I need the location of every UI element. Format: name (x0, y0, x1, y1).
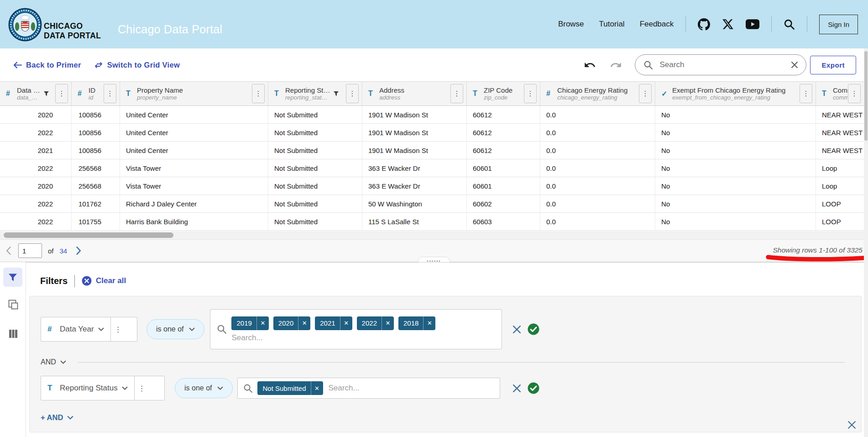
cell-id: 101755 (72, 213, 120, 230)
page-number-input[interactable] (18, 243, 42, 258)
column-selector[interactable]: # Data Year ⋮ (41, 317, 137, 342)
column-menu-button[interactable]: ⋮ (524, 84, 537, 103)
next-page-icon[interactable] (75, 246, 83, 255)
clear-all-filters-button[interactable]: Clear all (82, 276, 126, 286)
values-search-input[interactable]: Search... (231, 333, 435, 342)
column-header-zip_code[interactable]: TZIP Codezip_code⋮ (467, 82, 540, 105)
search-icon[interactable] (784, 19, 795, 30)
column-menu-button[interactable]: ⋮ (252, 84, 265, 103)
column-header-exempt_from_chicago_energy_rating[interactable]: ✓Exempt From Chicago Energy Ratingexempt… (655, 82, 816, 105)
column-selector-main[interactable]: # Data Year (41, 317, 110, 341)
column-name: Address (379, 86, 404, 94)
vertical-scrollbar-thumb[interactable] (864, 51, 868, 141)
clear-search-icon[interactable] (790, 61, 799, 69)
table-row[interactable]: 2021100856United CenterNot Submitted1901… (0, 142, 864, 159)
filter-values-box[interactable]: 2019✕2020✕2021✕2022✕2018✕ Search... (210, 309, 502, 349)
column-menu-button[interactable]: ⋮ (55, 84, 68, 103)
nav-link-tutorial[interactable]: Tutorial (599, 20, 625, 29)
cell-property_name: United Center (120, 106, 268, 123)
remove-chip-icon[interactable]: ✕ (298, 316, 310, 330)
filter-values-box[interactable]: Not Submitted✕ Search... (237, 378, 500, 399)
apply-condition-icon[interactable] (528, 323, 539, 335)
operator-selector[interactable]: is one of (175, 378, 233, 398)
youtube-icon[interactable] (746, 19, 759, 29)
remove-chip-icon[interactable]: ✕ (382, 316, 394, 330)
chip-label: 2022 (357, 319, 382, 327)
cell-address: 1901 W Madison St (362, 142, 467, 159)
sign-in-button[interactable]: Sign In (819, 15, 858, 34)
table-row[interactable]: 2022101762Richard J Daley CenterNot Subm… (0, 195, 864, 213)
close-panel-icon[interactable] (847, 420, 857, 430)
column-menu-button[interactable]: ⋮ (800, 84, 812, 103)
columns-tab-button[interactable] (7, 328, 19, 339)
remove-chip-icon[interactable]: ✕ (256, 316, 269, 330)
column-menu-button[interactable]: ⋮ (346, 84, 359, 103)
previous-page-icon[interactable] (5, 246, 12, 255)
column-header-reporting_stat[interactable]: TReporting St…reporting_stat…⋮ (268, 82, 362, 105)
column-header-address[interactable]: TAddressaddress⋮ (362, 82, 467, 105)
cell-property_name: Harris Bank Building (120, 213, 268, 230)
column-header-data_[interactable]: #Data …data_…⋮ (0, 82, 72, 105)
table-row[interactable]: 2020100856United CenterNot Submitted1901… (0, 106, 864, 124)
chevron-down-icon[interactable] (60, 360, 66, 364)
selected-values: 2019✕2020✕2021✕2022✕2018✕ (231, 316, 435, 330)
cell-zip_code: 60612 (467, 106, 540, 123)
undo-icon[interactable] (584, 59, 596, 71)
page-title: Chicago Data Portal (118, 23, 222, 36)
table-search-input[interactable] (659, 60, 790, 70)
nav-link-feedback[interactable]: Feedback (640, 20, 674, 29)
remove-condition-icon[interactable] (512, 325, 522, 334)
export-button[interactable]: Export (810, 56, 856, 74)
column-menu-button[interactable]: ⋮ (639, 84, 652, 103)
values-search-input[interactable]: Search... (329, 384, 360, 393)
remove-chip-icon[interactable]: ✕ (311, 381, 323, 395)
apply-condition-icon[interactable] (528, 382, 539, 394)
swap-arrows-icon (94, 62, 103, 68)
column-header-chicago_energy_rating[interactable]: #Chicago Energy Ratingchicago_energy_rat… (540, 82, 655, 105)
horizontal-scrollbar[interactable] (0, 231, 864, 239)
column-selector[interactable]: T Reporting Status ⋮ (41, 376, 165, 400)
column-menu-button[interactable]: ⋮ (104, 84, 116, 103)
operator-selector[interactable]: is one of (146, 319, 204, 339)
condition-menu-button[interactable]: ⋮ (110, 317, 125, 341)
cell-data_: 2021 (0, 142, 72, 159)
cell-exempt_from_chicago_energy_rating: No (655, 142, 816, 159)
cell-exempt_from_chicago_energy_rating: No (655, 124, 816, 141)
redo-icon[interactable] (610, 59, 622, 71)
table-row[interactable]: 2022100856United CenterNot Submitted1901… (0, 124, 864, 142)
cell-id: 100856 (72, 142, 120, 159)
github-icon[interactable] (698, 18, 710, 31)
add-condition-button[interactable]: + AND (41, 413, 73, 422)
column-header-commu[interactable]: TCommucommu⋮ (816, 82, 864, 105)
column-field-name: data_… (17, 94, 40, 101)
column-selector-main[interactable]: T Reporting Status (41, 376, 134, 400)
remove-condition-icon[interactable] (512, 384, 522, 393)
filter-condition-row: T Reporting Status ⋮ is one of Not Submi… (41, 373, 539, 403)
back-to-primer-link[interactable]: Back to Primer (13, 61, 81, 69)
back-arrow-icon (13, 61, 22, 69)
horizontal-scrollbar-thumb[interactable] (4, 232, 173, 238)
cell-commu: NEAR WEST (816, 106, 864, 123)
table-row[interactable]: 2020256568Vista TowerNot Submitted363 E … (0, 177, 864, 195)
table-search-box (635, 54, 806, 75)
column-header-property_name[interactable]: TProperty Nameproperty_name⋮ (120, 82, 268, 105)
switch-to-grid-view-link[interactable]: Switch to Grid View (94, 61, 180, 69)
remove-chip-icon[interactable]: ✕ (423, 316, 435, 330)
column-menu-button[interactable]: ⋮ (450, 84, 463, 103)
remove-chip-icon[interactable]: ✕ (340, 316, 352, 330)
condition-menu-button[interactable]: ⋮ (134, 376, 149, 400)
cell-exempt_from_chicago_energy_rating: No (655, 177, 816, 195)
filters-tab-button[interactable] (3, 268, 22, 287)
cell-exempt_from_chicago_energy_rating: No (655, 106, 816, 123)
cell-data_: 2020 (0, 106, 72, 123)
table-row[interactable]: 2022101755Harris Bank BuildingNot Submit… (0, 213, 864, 231)
brand-wordmark[interactable]: CHICAGO DATA PORTAL (44, 21, 101, 41)
table-row[interactable]: 2022256568Vista TowerNot Submitted363 E … (0, 159, 864, 177)
total-pages-link[interactable]: 34 (60, 247, 68, 255)
x-twitter-icon[interactable] (722, 18, 734, 30)
nav-link-browse[interactable]: Browse (558, 20, 584, 29)
column-header-id[interactable]: #IDid⋮ (72, 82, 120, 105)
clear-circle-icon (82, 276, 92, 286)
layers-tab-button[interactable] (7, 299, 19, 310)
column-menu-button[interactable]: ⋮ (848, 84, 861, 103)
